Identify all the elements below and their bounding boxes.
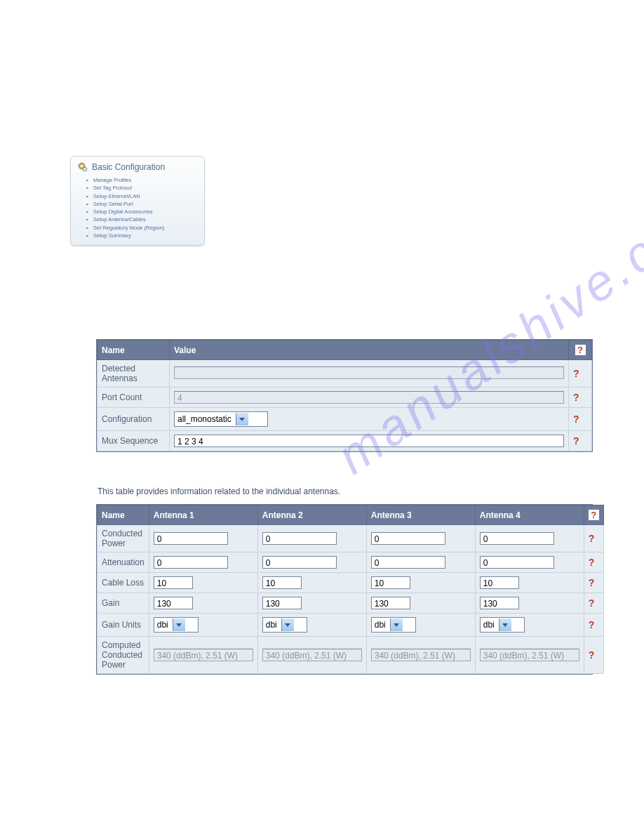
chevron-down-icon [173,618,185,631]
table1-header-name: Name [98,340,170,360]
chevron-down-icon [390,618,403,631]
table2-header-a2: Antenna 2 [257,505,366,525]
table2-header-a3: Antenna 3 [366,505,475,525]
help-icon[interactable]: ? [589,533,595,544]
label-detected-antennas: Detected Antennas [98,360,170,388]
computed-power-a3-field: 340 (ddBm), 2.51 (W) [371,649,471,661]
help-icon[interactable]: ? [573,413,579,425]
help-icon[interactable]: ? [589,597,595,609]
gain-units-a3-text: dbi [372,620,390,630]
gain-units-a2-text: dbi [263,620,281,630]
attenuation-a1-input[interactable]: 0 [154,556,228,569]
table2-header-a4: Antenna 4 [475,505,584,525]
row-detected-antennas: Detected Antennas ? [98,360,592,388]
row-gain-units: Gain Units dbi dbi dbi [98,614,604,637]
help-icon: ? [589,510,599,520]
gain-units-a2-select[interactable]: dbi [262,617,307,633]
basic-configuration-card: Basic Configuration Manage Profiles Set … [70,156,205,246]
gain-units-a4-select[interactable]: dbi [480,617,525,633]
conducted-power-a3-input[interactable]: 0 [371,532,445,545]
config-item-manage-profiles[interactable]: Manage Profiles [93,176,199,184]
computed-power-a1-field: 340 (ddBm), 2.51 (W) [154,649,253,661]
config-item-setup-digital-acc[interactable]: Setup Digital Accessories [93,208,199,216]
label-mux-sequence: Mux Sequence [98,431,170,451]
basic-configuration-title: Basic Configuration [76,161,199,173]
row-cable-loss: Cable Loss 10 10 10 10 ? [98,573,604,593]
label-computed-conducted-power: Computed Conducted Power [98,637,149,674]
config-item-setup-summary[interactable]: Setup Summary [93,232,199,239]
gain-units-a4-text: dbi [481,620,499,630]
label-gain-units: Gain Units [98,614,149,637]
svg-point-1 [81,165,83,168]
svg-point-3 [84,168,86,170]
gain-units-a1-select[interactable]: dbi [154,617,199,633]
table1-header-help[interactable]: ? [569,340,592,360]
gain-a3-input[interactable]: 130 [371,597,410,609]
help-icon[interactable]: ? [589,577,595,588]
config-item-set-tag-protocol[interactable]: Set Tag Protocol [93,184,199,192]
help-icon[interactable]: ? [589,557,595,568]
gain-a1-input[interactable]: 130 [154,597,193,609]
help-icon[interactable]: ? [573,368,579,379]
table2-header-a1: Antenna 1 [149,505,257,525]
table2-header-name: Name [98,505,149,525]
gain-units-a3-select[interactable]: dbi [371,617,416,633]
row-port-count: Port Count 4 ? [98,388,592,408]
label-cable-loss: Cable Loss [98,573,149,593]
table2-header-help[interactable]: ? [584,505,603,525]
label-port-count: Port Count [98,388,170,408]
row-attenuation: Attenuation 0 0 0 0 ? [98,552,604,573]
computed-power-a2-field: 340 (ddBm), 2.51 (W) [262,649,362,661]
antenna-general-table: Name Value ? Detected Antennas ? Port Co… [96,339,593,452]
cable-loss-a2-input[interactable]: 10 [262,576,302,589]
conducted-power-a2-input[interactable]: 0 [262,532,337,545]
conducted-power-a1-input[interactable]: 0 [154,532,228,545]
help-icon[interactable]: ? [573,392,579,403]
cable-loss-a3-input[interactable]: 10 [371,576,410,589]
antenna-table-caption: This table provides information related … [96,479,594,499]
config-item-setup-ethernet-lan[interactable]: Setup Ethernet/LAN [93,192,199,200]
detected-antennas-field [174,366,564,379]
attenuation-a4-input[interactable]: 0 [480,556,554,569]
attenuation-a2-input[interactable]: 0 [262,556,337,569]
gain-a4-input[interactable]: 130 [480,597,519,609]
label-gain: Gain [98,593,149,614]
help-icon[interactable]: ? [589,649,595,661]
computed-power-a4-field: 340 (ddBm), 2.51 (W) [480,649,579,661]
config-item-setup-antenna-cables[interactable]: Setup Antenna/Cables [93,216,199,223]
row-mux-sequence: Mux Sequence 1 2 3 4 ? [98,431,592,451]
gain-units-a1-text: dbi [154,620,173,630]
chevron-down-icon [281,618,294,631]
attenuation-a3-input[interactable]: 0 [371,556,445,569]
row-configuration: Configuration all_monostatic ? [98,408,592,431]
conducted-power-a4-input[interactable]: 0 [480,532,554,545]
configuration-select[interactable]: all_monostatic [174,411,268,427]
help-icon[interactable]: ? [573,435,579,446]
configuration-select-text: all_monostatic [175,414,236,424]
basic-configuration-list: Manage Profiles Set Tag Protocol Setup E… [76,176,199,239]
row-conducted-power: Conducted Power 0 0 0 0 ? [98,525,604,552]
antenna-details-table: Name Antenna 1 Antenna 2 Antenna 3 Anten… [96,504,593,675]
help-icon[interactable]: ? [589,619,595,630]
config-item-setup-serial-port[interactable]: Setup Serial Port [93,200,199,208]
basic-configuration-title-text: Basic Configuration [92,162,165,172]
cable-loss-a4-input[interactable]: 10 [480,576,519,589]
mux-sequence-input[interactable]: 1 2 3 4 [174,435,564,447]
gear-icon [76,161,89,173]
config-item-set-regulatory-mode[interactable]: Set Regulatory Mode (Region) [93,224,199,232]
help-icon: ? [575,345,586,355]
label-attenuation: Attenuation [98,552,149,573]
cable-loss-a1-input[interactable]: 10 [154,576,193,589]
table1-header-value: Value [170,340,569,360]
row-computed-conducted-power: Computed Conducted Power 340 (ddBm), 2.5… [98,637,604,674]
label-conducted-power: Conducted Power [98,525,149,552]
chevron-down-icon [236,413,248,425]
row-gain: Gain 130 130 130 130 ? [98,593,604,614]
label-configuration: Configuration [98,408,170,431]
gain-a2-input[interactable]: 130 [262,597,302,609]
port-count-field: 4 [174,391,564,404]
chevron-down-icon [499,618,511,631]
